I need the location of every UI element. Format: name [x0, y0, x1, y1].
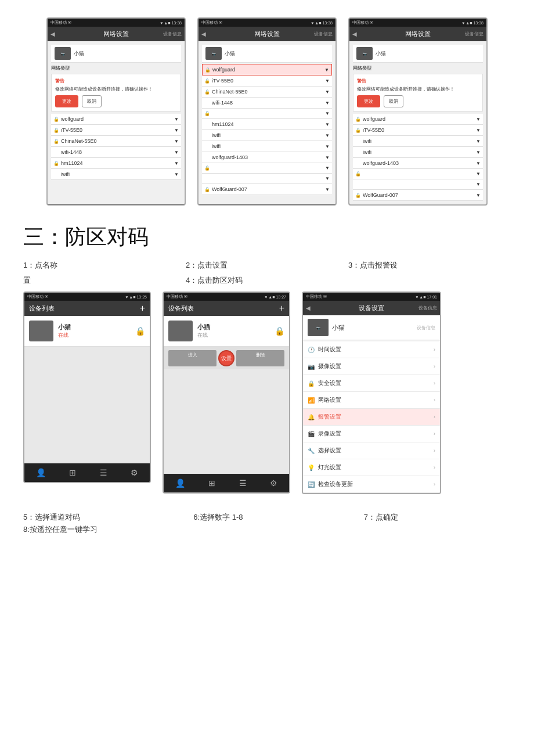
action-enter-btn[interactable]: 进入 [168, 350, 217, 366]
settings-item-light[interactable]: 💡 灯光设置 › [303, 459, 440, 476]
settings-item-select[interactable]: 🔧 选择设置 › [303, 442, 440, 459]
settings-arrow-light: › [434, 465, 435, 470]
mid-bottom-nav-2: 👤 ⊞ ☰ ⚙ [164, 474, 289, 492]
back-btn-2[interactable]: ◀ [201, 31, 206, 37]
wifi-item-2-5[interactable]: 🔒 ▼ [202, 109, 332, 119]
wifi-item-3-2[interactable]: 🔒 iTV-55E0 ▼ [353, 125, 483, 136]
settings-arrow-network: › [434, 397, 435, 403]
confirm-btn-1[interactable]: 更改 [55, 95, 78, 107]
action-2[interactable]: 设备信息 [314, 31, 333, 37]
settings-action[interactable]: 设备信息 [418, 305, 437, 311]
lock-icon: 🔒 [204, 187, 210, 192]
wifi-item-3-8[interactable]: 🔒 WolfGuard-007 ▼ [353, 190, 483, 201]
bottom-step-col-3: 7：点确定 [364, 512, 511, 536]
network-icon: 📶 [308, 397, 315, 404]
wifi-item-2-8[interactable]: 🔒 iwifi ▼ [202, 141, 332, 152]
mid-header-1: 设备列表 + [24, 301, 150, 316]
settings-item-record[interactable]: 🎬 录像设置 › [303, 426, 440, 442]
step-4-label: 置 [23, 275, 186, 286]
settings-item-network[interactable]: 📶 网络设置 › [303, 392, 440, 409]
bottom-step-col-2: 6:选择数字 1-8 [193, 512, 340, 536]
cancel-btn-3[interactable]: 取消 [384, 95, 403, 107]
step-5-label: 4：点击防区对码 [186, 275, 348, 286]
action-delete-btn[interactable]: 删除 [236, 350, 284, 366]
settings-item-security[interactable]: 🔒 安全设置 › [303, 375, 440, 392]
cancel-btn-1[interactable]: 取消 [82, 95, 102, 107]
mid-empty-area-2 [164, 369, 289, 474]
settings-item-alarm[interactable]: 🔔 报警设置 › [303, 409, 440, 426]
settings-label-record: 录像设置 [318, 430, 341, 438]
settings-arrow-camera: › [434, 363, 435, 369]
wifi-item-2-4[interactable]: 🔒 wifi-1448 ▼ [202, 98, 332, 109]
nav-list-icon-2[interactable]: ☰ [239, 478, 247, 488]
nav-grid-icon-2[interactable]: ⊞ [208, 478, 215, 488]
lock-icon: 🔒 [204, 89, 210, 95]
back-btn-3[interactable]: ◀ [352, 31, 357, 37]
settings-item-update[interactable]: 🔄 检查设备更新 › [303, 476, 440, 493]
settings-back-btn[interactable]: ◀ [306, 305, 311, 311]
add-btn-1[interactable]: + [140, 303, 145, 314]
wifi-item-3-1[interactable]: 🔒 wolfguard ▼ [353, 114, 483, 125]
mid-bottom-nav-1: 👤 ⊞ ☰ ⚙ [24, 463, 150, 482]
device-thumb-2 [168, 321, 193, 341]
wifi-item-3-5[interactable]: 🔒 wolfguard-1403 ▼ [353, 158, 483, 169]
phone-screen-2: 中国移动 ✉ ♥ ▲■ 13:38 ◀ 网络设置 设备信息 📷 小猫 🔒 wol… [197, 17, 337, 206]
alert-box-1: 警告 修改网络可能造成设备断开连接，请确认操作！ 更改 取消 [51, 74, 181, 111]
nav-list-icon[interactable]: ☰ [100, 468, 107, 477]
device-list-item-2[interactable]: 小猫 在线 🔒 [164, 316, 289, 347]
wifi-item-2-6[interactable]: 🔒 hm11024 ▼ [202, 119, 332, 130]
wifi-item-3-6[interactable]: 🔒 ▼ [353, 169, 483, 179]
wifi-item-3-7[interactable]: 🔒 ▼ [353, 179, 483, 190]
wifi-item-2-9[interactable]: 🔒 wolfguard-1403 ▼ [202, 152, 332, 163]
light-icon: 💡 [308, 465, 315, 471]
back-btn-1[interactable]: ◀ [50, 31, 55, 37]
device-info-sub-2: 在线 [197, 332, 275, 339]
body-1: 📷 小猫 网络类型 警告 修改网络可能造成设备断开连接，请确认操作！ 更改 取消… [48, 41, 185, 204]
icons-3: ♥ ▲■ 13:38 [462, 21, 484, 25]
add-btn-2[interactable]: + [279, 303, 284, 314]
wifi-item-3-4[interactable]: 🔒 iwifi ▼ [353, 147, 483, 158]
device-icon-2: 📷 [205, 47, 222, 60]
nav-user-icon-2[interactable]: 👤 [175, 478, 185, 488]
settings-icons: ♥ ▲■ 17:01 [416, 295, 437, 299]
wifi-item-2-1[interactable]: 🔒 wolfguard ▼ [202, 64, 332, 75]
action-3[interactable]: 设备信息 [465, 31, 484, 37]
action-1[interactable]: 设备信息 [163, 31, 182, 37]
wifi-item-1-2[interactable]: 🔒 iTV-55E0 ▼ [51, 125, 181, 136]
wifi-item-1-4[interactable]: 🔒 wifi-1448 ▼ [51, 147, 181, 158]
settings-device-name: 小猫 [332, 323, 345, 332]
wifi-item-2-3[interactable]: 🔒 ChinaNet-55E0 ▼ [202, 87, 332, 98]
action-active-btn[interactable]: 设置 [218, 350, 234, 366]
wifi-item-1-3[interactable]: 🔒 ChinaNet-55E0 ▼ [51, 136, 181, 147]
nav-settings-icon[interactable]: ⚙ [131, 468, 138, 477]
settings-item-camera[interactable]: 📷 摄像设置 › [303, 358, 440, 375]
mid-title-1: 设备列表 [29, 304, 55, 313]
lock-icon: 🔒 [53, 139, 59, 144]
device-list-item-1[interactable]: 小猫 在线 🔒 [24, 316, 150, 347]
nav-user-icon[interactable]: 👤 [36, 468, 46, 477]
settings-device-action[interactable]: 设备信息 [417, 325, 435, 331]
nav-grid-icon[interactable]: ⊞ [69, 468, 76, 477]
settings-item-time[interactable]: 🕐 时间设置 › [303, 341, 440, 358]
wifi-item-2-2[interactable]: 🔒 iTV-55E0 ▼ [202, 75, 332, 87]
wifi-item-2-12[interactable]: 🔒 WolfGuard-007 ▼ [202, 184, 332, 195]
wifi-item-1-6[interactable]: 🔒 iwifi ▼ [51, 169, 181, 180]
select-icon: 🔧 [308, 448, 315, 454]
step-2-label: 2：点击设置 [186, 260, 348, 271]
wifi-item-2-11[interactable]: 🔒 ▼ [202, 174, 332, 184]
wifi-item-1-5[interactable]: 🔒 hm11024 ▼ [51, 158, 181, 169]
settings-label-alarm: 报警设置 [318, 413, 341, 421]
settings-carrier: 中国移动 ✉ [306, 294, 327, 300]
device-row-3: 📷 小猫 [353, 45, 483, 63]
wifi-item-2-10[interactable]: 🔒 ▼ [202, 163, 332, 174]
nav-settings-icon-2[interactable]: ⚙ [270, 478, 277, 488]
settings-statusbar: 中国移动 ✉ ♥ ▲■ 17:01 [303, 293, 440, 301]
device-icon-1: 📷 [55, 47, 71, 60]
wifi-item-2-7[interactable]: 🔒 iwifi ▼ [202, 130, 332, 141]
device-info-sub-1: 在线 [58, 332, 135, 339]
confirm-btn-3[interactable]: 更改 [357, 95, 380, 107]
device-name-1: 小猫 [74, 50, 178, 57]
wifi-item-1-1[interactable]: 🔒 wolfguard ▼ [51, 114, 181, 125]
mid-title-2: 设备列表 [168, 304, 194, 313]
wifi-item-3-3[interactable]: 🔒 iwifi ▼ [353, 136, 483, 147]
